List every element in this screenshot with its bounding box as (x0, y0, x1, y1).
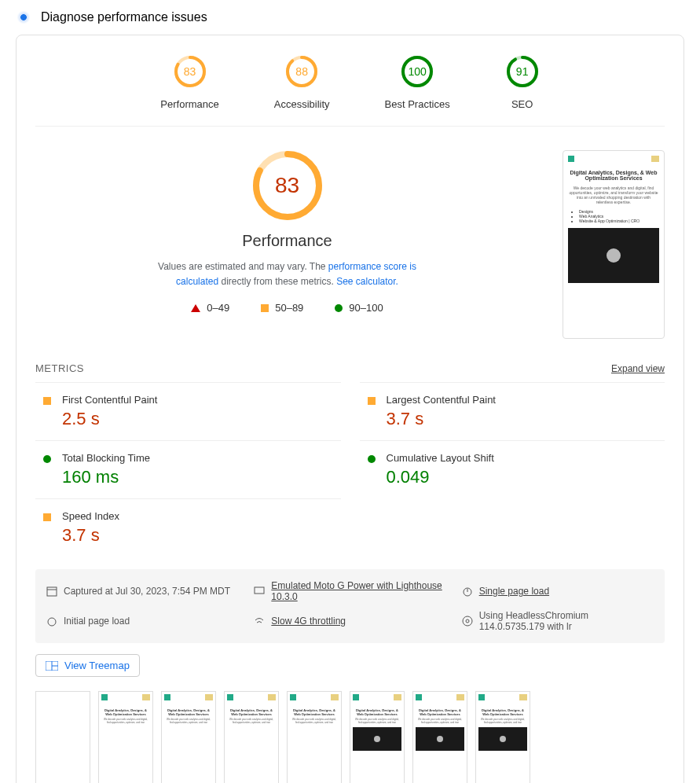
metric-value: 160 ms (62, 467, 150, 487)
metric-value: 3.7 s (62, 525, 119, 546)
metric-name: Cumulative Layout Shift (387, 452, 494, 464)
svg-point-17 (466, 619, 469, 623)
status-icon (368, 397, 376, 429)
filmstrip-frame[interactable]: Digital Analytics, Designs, & Web Optimi… (350, 691, 405, 783)
filmstrip-frame[interactable]: Digital Analytics, Designs, & Web Optimi… (287, 691, 342, 783)
gauge-accessibility[interactable]: 88 Accessibility (274, 54, 330, 110)
filmstrip-frame[interactable]: Digital Analytics, Designs, & Web Optimi… (412, 691, 467, 783)
timer-icon (462, 586, 473, 597)
gauge-performance[interactable]: 83 Performance (160, 54, 218, 110)
triangle-icon (191, 304, 200, 312)
metric-row: Total Blocking Time160 ms (35, 440, 341, 498)
status-icon (368, 455, 376, 487)
metric-name: Largest Contentful Paint (387, 394, 496, 406)
svg-point-16 (463, 616, 472, 626)
view-treemap-button[interactable]: View Treemap (35, 654, 140, 677)
stopwatch-icon (46, 616, 57, 627)
performance-title: Performance (35, 232, 539, 250)
svg-point-15 (48, 618, 56, 626)
see-calculator-link[interactable]: See calculator. (336, 276, 398, 287)
metric-row: First Contentful Paint2.5 s (35, 382, 341, 440)
gauge-seo[interactable]: 91 SEO (505, 54, 540, 110)
chrome-icon (462, 616, 473, 627)
metric-row: Largest Contentful Paint3.7 s (360, 382, 665, 440)
metric-row: Cumulative Layout Shift0.049 (360, 440, 665, 498)
page-title: Diagnose performance issues (41, 10, 207, 24)
metrics-heading: METRICS (35, 362, 84, 374)
report-card: 83 Performance 88 Accessibility 100 Best… (16, 35, 684, 783)
metric-value: 0.049 (387, 467, 494, 487)
filmstrip-frame[interactable]: Digital Analytics, Designs, & Web Optimi… (224, 691, 279, 783)
performance-section: 83 Performance Values are estimated and … (35, 150, 539, 339)
expand-view-link[interactable]: Expand view (611, 363, 665, 374)
lighthouse-icon (16, 9, 31, 25)
filmstrip-frame[interactable]: Digital Analytics, Designs, & Web Optimi… (98, 691, 153, 783)
status-icon (43, 397, 51, 429)
device-link[interactable]: Emulated Moto G Power with Lighthouse 10… (271, 580, 445, 602)
filmstrip: Digital Analytics, Designs, & Web Optimi… (35, 691, 665, 783)
status-icon (43, 455, 51, 487)
metric-name: First Contentful Paint (62, 394, 157, 406)
performance-score: 83 (275, 173, 299, 198)
performance-gauge: 83 (252, 150, 323, 221)
metric-value: 3.7 s (387, 409, 496, 429)
status-icon (43, 513, 51, 546)
throttle-link[interactable]: Slow 4G throttling (271, 616, 346, 627)
load-type-link[interactable]: Single page load (479, 586, 549, 597)
page-screenshot: Digital Analytics, Designs, & Web Optimi… (563, 150, 665, 339)
filmstrip-frame[interactable] (35, 691, 90, 783)
filmstrip-frame[interactable]: Digital Analytics, Designs, & Web Optimi… (161, 691, 216, 783)
gauge-best-practices[interactable]: 100 Best Practices (385, 54, 450, 110)
metric-value: 2.5 s (62, 409, 157, 429)
circle-icon (335, 304, 343, 312)
calendar-icon (46, 586, 57, 597)
score-legend: 0–49 50–89 90–100 (35, 302, 539, 314)
page-header: Diagnose performance issues (0, 0, 700, 35)
device-icon (254, 586, 265, 597)
metric-name: Speed Index (62, 510, 119, 522)
wifi-icon (254, 616, 265, 627)
category-gauges: 83 Performance 88 Accessibility 100 Best… (35, 54, 665, 127)
filmstrip-frame[interactable]: Digital Analytics, Designs, & Web Optimi… (475, 691, 530, 783)
metric-name: Total Blocking Time (62, 452, 150, 464)
treemap-icon (46, 661, 58, 671)
performance-description: Values are estimated and may vary. The p… (146, 259, 429, 289)
svg-rect-12 (255, 587, 264, 594)
metrics-grid: First Contentful Paint2.5 s Largest Cont… (35, 382, 665, 557)
metric-row: Speed Index3.7 s (35, 498, 341, 557)
square-icon (261, 304, 269, 312)
svg-rect-10 (47, 587, 57, 596)
capture-info: Captured at Jul 30, 2023, 7:54 PM MDT Em… (35, 569, 665, 643)
